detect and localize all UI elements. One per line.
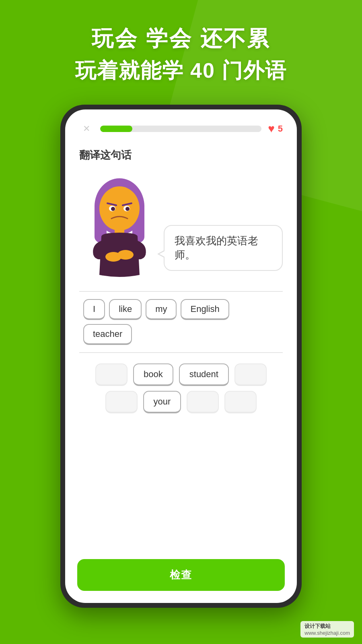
progress-bar-fill: [100, 126, 132, 132]
word-chip-empty2: [234, 363, 267, 386]
speech-bubble: 我喜欢我的英语老师。: [164, 225, 283, 271]
svg-point-7: [125, 207, 130, 211]
watermark-line2: www.shejizhaji.com: [304, 630, 350, 636]
app-content: ✕ ♥ 5 翻译这句话: [65, 109, 297, 551]
watermark: 设计下载站 www.shejizhaji.com: [300, 621, 354, 638]
phone-mockup: ✕ ♥ 5 翻译这句话: [60, 105, 302, 608]
header-section: 玩会 学会 还不累 玩着就能学 40 门外语: [0, 24, 362, 85]
word-bank: book student your: [79, 357, 283, 420]
character-illustration: [79, 170, 160, 283]
word-bank-row2: your: [83, 391, 279, 413]
word-chip-empty1: [95, 363, 128, 386]
header-line2: 玩着就能学 40 门外语: [0, 57, 362, 85]
check-button[interactable]: 检查: [77, 559, 285, 591]
selected-word-like[interactable]: like: [109, 299, 142, 320]
word-chip-empty3: [105, 391, 138, 413]
word-bank-row1: book student: [83, 363, 279, 386]
progress-bar: [100, 126, 261, 132]
word-chip-your[interactable]: your: [143, 391, 181, 413]
close-button[interactable]: ✕: [79, 122, 94, 136]
word-chip-empty4: [187, 391, 219, 413]
hearts-container: ♥ 5: [268, 122, 283, 135]
heart-icon: ♥: [268, 122, 275, 135]
instruction-text: 翻译这句话: [79, 148, 283, 162]
svg-point-6: [111, 207, 115, 211]
word-chip-book[interactable]: book: [133, 363, 173, 386]
selected-word-teacher[interactable]: teacher: [83, 324, 132, 345]
word-chip-student[interactable]: student: [179, 363, 229, 386]
top-bar: ✕ ♥ 5: [79, 122, 283, 136]
character-area: 我喜欢我的英语老师。: [79, 170, 283, 283]
hearts-count: 5: [278, 124, 283, 134]
answer-area[interactable]: I like my English teacher: [79, 291, 283, 353]
selected-word-I[interactable]: I: [83, 299, 105, 320]
sentence-text: 我喜欢我的英语老师。: [175, 235, 258, 261]
check-button-container: 检查: [65, 551, 297, 603]
selected-word-english[interactable]: English: [181, 299, 229, 320]
watermark-line1: 设计下载站: [304, 623, 350, 630]
header-line1: 玩会 学会 还不累: [0, 24, 362, 54]
word-chip-empty5: [224, 391, 257, 413]
svg-point-3: [99, 186, 140, 231]
svg-point-12: [117, 250, 134, 260]
phone-screen: ✕ ♥ 5 翻译这句话: [65, 109, 297, 603]
selected-word-my[interactable]: my: [146, 299, 177, 320]
